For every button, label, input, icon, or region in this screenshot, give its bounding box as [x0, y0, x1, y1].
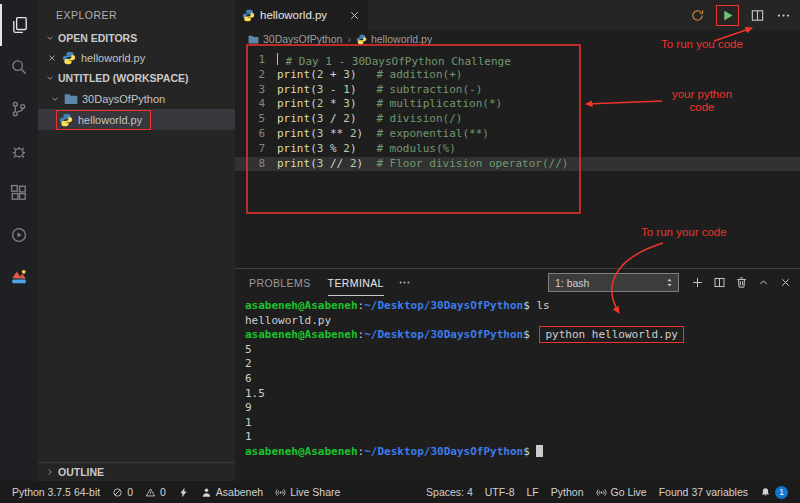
play-icon [720, 8, 735, 23]
status-label: Python [551, 486, 584, 498]
activity-source-control[interactable] [0, 88, 38, 130]
code-line: 7print(3 % 2) # modulus(%) [235, 142, 800, 157]
annotation-run-top: To run you code [661, 38, 743, 51]
restart-button[interactable] [690, 8, 705, 23]
terminal-output[interactable]: asabeneh@Asabeneh:~/Desktop/30DaysOfPyth… [235, 296, 800, 481]
file-item-helloworld[interactable]: helloworld.py [38, 109, 235, 130]
editor-group: helloworld.py 30DaysOfPython›helloworld.… [235, 0, 800, 481]
status-label: 0 [160, 486, 166, 498]
debug-icon [10, 142, 28, 160]
status-label: Found 37 variables [659, 486, 748, 498]
code-text: print(3 - 1) # subtraction(-) [277, 83, 482, 98]
status-indent[interactable]: Spaces: 4 [420, 481, 479, 503]
new-terminal-button[interactable] [691, 276, 704, 289]
close-panel-button[interactable] [779, 276, 792, 289]
activity-bar [0, 0, 38, 481]
split-editor-button[interactable] [750, 8, 765, 23]
status-quick-fix[interactable] [172, 481, 195, 503]
status-variables[interactable]: Found 37 variables [653, 481, 754, 503]
python-icon [62, 51, 76, 65]
folder-icon [64, 92, 78, 106]
terminal-line: 1 [245, 430, 800, 445]
activity-custom-extension[interactable] [0, 256, 38, 298]
status-eol[interactable]: LF [521, 481, 545, 503]
shell-selector[interactable]: 1: bash [548, 273, 679, 292]
test-icon [10, 226, 28, 244]
breadcrumb-item[interactable]: helloworld.py [356, 33, 432, 45]
tab-label: helloworld.py [260, 9, 343, 21]
kill-terminal-button[interactable] [735, 276, 748, 289]
panel-tab-terminal[interactable]: TERMINAL [328, 269, 384, 296]
tab-helloworld[interactable]: helloworld.py [235, 0, 368, 30]
panel-header: PROBLEMSTERMINAL 1: bash [235, 269, 800, 296]
status-language[interactable]: Python [545, 481, 590, 503]
split-terminal-button[interactable] [713, 276, 726, 289]
files-icon [11, 16, 29, 34]
activity-test[interactable] [0, 214, 38, 256]
status-encoding[interactable]: UTF-8 [479, 481, 521, 503]
python-icon [59, 113, 73, 127]
close-icon[interactable] [348, 9, 361, 22]
error-icon [112, 487, 123, 498]
warning-icon [145, 487, 156, 498]
folder-item[interactable]: 30DaysOfPython [38, 88, 235, 109]
broadcast-icon [275, 487, 286, 498]
notification-badge: 1 [775, 486, 788, 499]
status-label: UTF-8 [485, 486, 515, 498]
line-number: 8 [235, 157, 265, 172]
status-notifications[interactable]: 1 [754, 481, 794, 503]
breadcrumb-item[interactable]: 30DaysOfPython [248, 33, 342, 45]
more-icon[interactable] [398, 276, 411, 289]
outline-section[interactable]: OUTLINE [38, 462, 235, 481]
code-text: # Day 1 - 30DaysOfPython Challenge [277, 53, 511, 68]
status-go-live[interactable]: Go Live [590, 481, 653, 503]
outline-label: OUTLINE [58, 466, 104, 478]
panel-tab-problems[interactable]: PROBLEMS [249, 269, 311, 296]
terminal-line: 6 [245, 372, 800, 387]
status-user[interactable]: Asabeneh [195, 481, 269, 503]
line-number: 6 [235, 127, 265, 142]
activity-explorer[interactable] [0, 4, 38, 46]
status-errors[interactable]: 0 [106, 481, 139, 503]
code-line: 1 # Day 1 - 30DaysOfPython Challenge [235, 53, 800, 68]
split-icon [750, 8, 765, 23]
run-file-button[interactable] [716, 5, 739, 26]
activity-run-debug[interactable] [0, 130, 38, 172]
activity-extensions[interactable] [0, 172, 38, 214]
status-live-share[interactable]: Live Share [269, 481, 346, 503]
more-actions-button[interactable] [776, 8, 791, 23]
tab-bar: helloworld.py [235, 0, 800, 30]
panel-actions [691, 276, 792, 289]
status-warnings[interactable]: 0 [139, 481, 172, 503]
breadcrumb-separator: › [347, 33, 351, 45]
status-label: Python 3.7.5 64-bit [12, 486, 100, 498]
folder-icon [248, 34, 259, 45]
code-text: print(3 // 2) # Floor division operator(… [277, 157, 568, 172]
explorer-sidebar: EXPLORER OPEN EDITORS helloworld.py UNTI… [38, 0, 235, 481]
status-label: Asabeneh [216, 486, 263, 498]
source-control-icon [10, 100, 28, 118]
status-label: Live Share [290, 486, 340, 498]
close-icon[interactable] [47, 53, 57, 63]
status-python-version[interactable]: Python 3.7.5 64-bit [6, 481, 106, 503]
chevron-right-icon [45, 467, 55, 477]
open-editor-item[interactable]: helloworld.py [38, 48, 235, 68]
bell-icon [760, 487, 771, 498]
workbench: EXPLORER OPEN EDITORS helloworld.py UNTI… [0, 0, 800, 481]
annotation-box-file: helloworld.py [57, 111, 150, 129]
extensions-icon [10, 184, 28, 202]
maximize-panel-button[interactable] [757, 276, 770, 289]
activity-search[interactable] [0, 46, 38, 88]
file-name: helloworld.py [78, 114, 142, 126]
plus-icon [691, 276, 704, 289]
code-text: print(3 % 2) # modulus(%) [277, 142, 456, 157]
refresh-icon [690, 8, 705, 23]
workspace-header[interactable]: UNTITLED (WORKSPACE) [38, 68, 235, 88]
panel-tabs: PROBLEMSTERMINAL [249, 269, 384, 296]
broadcast-icon [596, 487, 607, 498]
line-number: 3 [235, 83, 265, 98]
open-editors-header[interactable]: OPEN EDITORS [38, 28, 235, 48]
status-left: Python 3.7.5 64-bit00AsabenehLive Share [6, 481, 346, 503]
terminal-line: 1.5 [245, 387, 800, 402]
updown-icon [664, 277, 675, 288]
